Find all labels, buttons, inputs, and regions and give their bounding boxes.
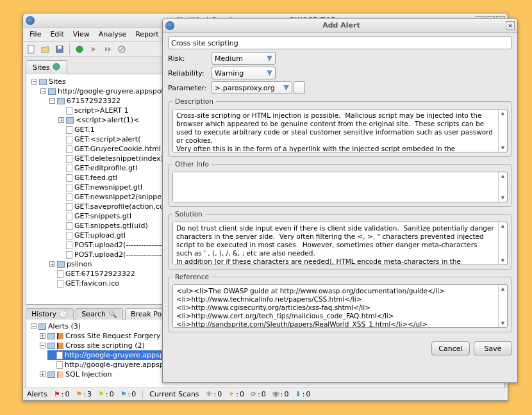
parameter-combo[interactable]: >.parosproxy.org (212, 81, 292, 94)
scrollbar[interactable]: ▲▼ (498, 172, 507, 202)
scrollbar[interactable]: ▲▼ (498, 285, 507, 327)
dialog-titlebar[interactable]: Add Alert × (163, 19, 517, 33)
open-icon[interactable] (40, 44, 51, 55)
reference-label: Reference (172, 273, 212, 281)
scan-stat: ☀: 0 (228, 390, 244, 398)
file-icon (66, 107, 72, 115)
menu-file[interactable]: File (26, 29, 45, 40)
menu-report[interactable]: Report (131, 29, 162, 40)
clock-icon: 🕓 (59, 310, 68, 318)
solution-label: Solution (172, 210, 205, 218)
folder-icon (47, 333, 55, 339)
parameter-label: Parameter: (168, 84, 212, 92)
new-icon[interactable] (26, 44, 37, 55)
file-icon (66, 193, 72, 201)
flag-icon (57, 371, 63, 378)
app-icon (26, 16, 35, 25)
menu-edit[interactable]: Edit (46, 29, 67, 40)
file-icon (66, 184, 72, 191)
file-icon (56, 361, 63, 369)
description-label: Description (172, 97, 216, 105)
tab-sites-label: Sites (33, 63, 50, 72)
file-icon (66, 155, 72, 163)
flag-icon (57, 333, 63, 339)
play-icon[interactable] (74, 44, 85, 55)
dialog-close-button[interactable]: × (506, 21, 515, 30)
folder-icon (39, 79, 47, 85)
save-icon[interactable] (54, 44, 65, 55)
scrollbar[interactable]: ▲▼ (498, 110, 507, 152)
search-icon: 🔍 (108, 310, 117, 318)
solution-textarea[interactable]: Do not trust client side input even if t… (173, 222, 498, 264)
file-icon (66, 136, 72, 143)
dialog-body: Risk: Medium Reliability: Warning Parame… (163, 33, 517, 336)
folder-icon (38, 323, 46, 330)
reliability-label: Reliability: (168, 69, 212, 77)
step-icon[interactable] (88, 44, 99, 55)
stop-icon[interactable] (116, 44, 128, 55)
status-scans-label: Current Scans (149, 390, 199, 398)
app-icon (165, 21, 174, 30)
file-icon (66, 203, 72, 211)
scan-stat: ⬇: 0 (295, 390, 311, 398)
chevron-down-icon (297, 86, 302, 90)
scan-stat: 🕷: 0 (272, 390, 289, 398)
file-icon (66, 241, 72, 249)
scan-stat: 👁: 0 (206, 390, 222, 398)
folder-icon (66, 117, 74, 124)
menu-analyse[interactable]: Analyse (95, 29, 130, 40)
status-alerts-label: Alerts (27, 390, 47, 398)
chevron-down-icon (283, 85, 289, 91)
folder-icon (47, 343, 55, 349)
flag-yellow-count: ⚑: 0 (98, 390, 114, 398)
reference-textarea[interactable]: <ul><li>The OWASP guide at http://www.ow… (173, 285, 498, 327)
alert-name-input[interactable] (168, 37, 512, 49)
add-alert-dialog: Add Alert × Risk: Medium Reliability: Wa… (162, 18, 518, 383)
tab-sites[interactable]: Sites (26, 60, 67, 74)
file-icon (66, 145, 72, 153)
reliability-combo[interactable]: Warning (212, 67, 276, 79)
risk-label: Risk: (168, 54, 212, 63)
globe-icon (53, 63, 60, 72)
description-fieldset: Description Cross-site scripting or HTML… (168, 97, 512, 157)
svg-rect-2 (58, 46, 62, 49)
file-icon (57, 270, 63, 278)
next-icon[interactable] (102, 44, 113, 55)
svg-point-3 (76, 46, 83, 53)
chevron-down-icon (267, 56, 272, 61)
file-icon (57, 280, 63, 288)
cancel-button[interactable]: Cancel (431, 341, 470, 355)
file-icon (66, 232, 72, 240)
folder-icon (48, 88, 56, 95)
file-icon (66, 222, 72, 230)
tab-search[interactable]: Search🔍 (76, 308, 123, 320)
scrollbar[interactable]: ▲▼ (498, 222, 507, 264)
file-icon (66, 165, 72, 172)
risk-combo[interactable]: Medium (212, 52, 276, 65)
folder-icon (47, 371, 55, 378)
chevron-down-icon (267, 70, 272, 76)
tab-history[interactable]: History🕓 (26, 308, 74, 320)
flag-orange-count: ⚑: 3 (76, 390, 92, 398)
scan-stat: ⟳: 0 (251, 390, 266, 398)
statusbar: Alerts ⚑: 0 ⚑: 3 ⚑: 0 ⚑: 0 Current Scans… (23, 387, 508, 400)
flag-icon (57, 343, 63, 349)
solution-fieldset: Solution Do not trust client side input … (168, 210, 512, 270)
file-icon (66, 213, 72, 220)
save-button[interactable]: Save (474, 341, 512, 355)
folder-icon (57, 261, 65, 268)
file-icon (66, 251, 72, 259)
toolbar-separator (69, 44, 70, 54)
file-icon (66, 126, 72, 134)
svg-rect-0 (28, 45, 34, 53)
otherinfo-fieldset: Other Info ▲▼ (168, 160, 512, 207)
parameter-edit-button[interactable] (294, 81, 305, 94)
description-textarea[interactable]: Cross-site scripting or HTML injection i… (173, 110, 498, 152)
file-icon (56, 352, 63, 359)
otherinfo-textarea[interactable] (173, 172, 498, 202)
file-icon (66, 174, 72, 182)
dialog-buttons: Cancel Save (163, 336, 517, 361)
otherinfo-label: Other Info (172, 160, 212, 168)
flag-blue-count: ⚑: 0 (121, 390, 137, 398)
menu-view[interactable]: View (69, 29, 94, 40)
